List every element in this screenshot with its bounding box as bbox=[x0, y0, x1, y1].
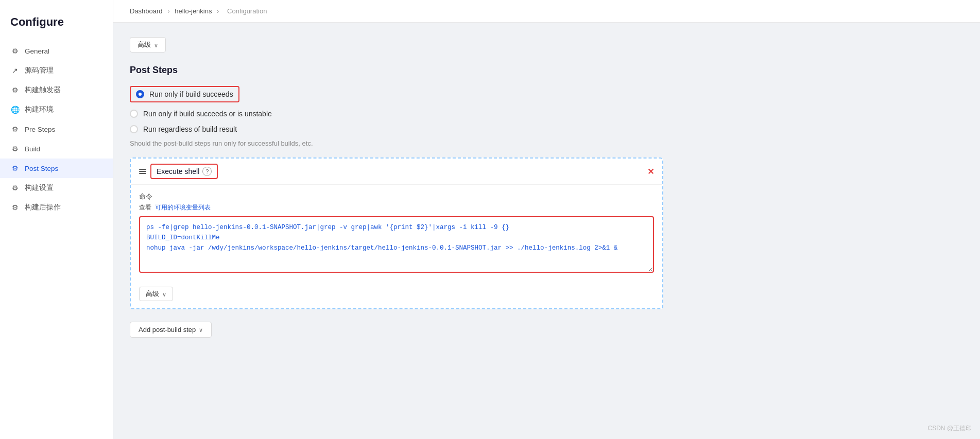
cmd-label: 命令 bbox=[139, 192, 654, 201]
step-card-body: 命令 查看 可用的环境变量列表 bbox=[131, 185, 662, 282]
breadcrumb-dashboard[interactable]: Dashboard bbox=[130, 7, 163, 15]
help-icon[interactable]: ? bbox=[202, 167, 212, 176]
build-icon: ⚙ bbox=[10, 144, 20, 153]
build-settings-icon: ⚙ bbox=[10, 183, 20, 192]
sidebar-item-build-settings[interactable]: ⚙ 构建设置 bbox=[0, 178, 113, 198]
sidebar-item-post-steps[interactable]: ⚙ Post Steps bbox=[0, 159, 113, 178]
drag-handle-icon[interactable] bbox=[139, 169, 146, 174]
radio-group: Run only if build succeeds Run only if b… bbox=[130, 86, 663, 133]
sidebar: Configure ⚙ General ↗ 源码管理 ⚙ 构建触发器 🌐 构建环… bbox=[0, 0, 113, 439]
radio-button-unstable[interactable] bbox=[130, 110, 138, 118]
sidebar-label-build-settings: 构建设置 bbox=[25, 183, 54, 192]
post-steps-icon: ⚙ bbox=[10, 164, 20, 173]
execute-shell-card: Execute shell ? ✕ 命令 查看 可用的环境变量列表 bbox=[130, 157, 663, 309]
env-link-row: 查看 可用的环境变量列表 bbox=[139, 203, 654, 212]
sidebar-label-build-env: 构建环境 bbox=[25, 105, 54, 114]
sidebar-item-build-env[interactable]: 🌐 构建环境 bbox=[0, 100, 113, 119]
radio-label-regardless: Run regardless of build result bbox=[143, 125, 237, 133]
build-env-icon: 🌐 bbox=[10, 105, 20, 114]
radio-button-regardless[interactable] bbox=[130, 125, 138, 133]
radio-button-success[interactable] bbox=[136, 90, 144, 98]
sidebar-item-pre-steps[interactable]: ⚙ Pre Steps bbox=[0, 119, 113, 139]
env-link-prefix: 查看 bbox=[139, 204, 151, 211]
card-footer: 高级 bbox=[131, 282, 662, 308]
close-icon[interactable]: ✕ bbox=[647, 167, 654, 177]
radio-option-regardless[interactable]: Run regardless of build result bbox=[130, 125, 663, 133]
breadcrumb: Dashboard › hello-jenkins › Configuratio… bbox=[113, 0, 980, 23]
env-link[interactable]: 可用的环境变量列表 bbox=[155, 204, 211, 211]
pre-steps-icon: ⚙ bbox=[10, 125, 20, 134]
post-build-icon: ⚙ bbox=[10, 203, 20, 212]
hint-text: Should the post-build steps run only for… bbox=[130, 139, 663, 147]
advanced-top-button[interactable]: 高级 bbox=[130, 37, 166, 52]
chevron-down-icon bbox=[154, 41, 158, 49]
main-content: Dashboard › hello-jenkins › Configuratio… bbox=[113, 0, 980, 439]
radio-option-success[interactable]: Run only if build succeeds bbox=[130, 86, 663, 102]
source-mgmt-icon: ↗ bbox=[10, 66, 20, 75]
advanced-card-button[interactable]: 高级 bbox=[139, 287, 173, 301]
sidebar-label-source-mgmt: 源码管理 bbox=[25, 66, 54, 75]
sidebar-item-build-triggers[interactable]: ⚙ 构建触发器 bbox=[0, 80, 113, 100]
radio-highlighted-box: Run only if build succeeds bbox=[130, 86, 239, 102]
shell-code-input[interactable] bbox=[139, 216, 654, 273]
sidebar-label-post-steps: Post Steps bbox=[25, 165, 58, 172]
watermark: CSDN @王德印 bbox=[927, 424, 972, 433]
sidebar-label-build: Build bbox=[25, 145, 40, 153]
advanced-chevron-icon bbox=[162, 290, 166, 298]
sidebar-label-post-build: 构建后操作 bbox=[25, 203, 61, 212]
breadcrumb-current: Configuration bbox=[227, 7, 267, 15]
sidebar-item-build[interactable]: ⚙ Build bbox=[0, 139, 113, 159]
general-icon: ⚙ bbox=[10, 46, 20, 56]
radio-label-unstable: Run only if build succeeds or is unstabl… bbox=[143, 110, 272, 118]
sidebar-label-build-triggers: 构建触发器 bbox=[25, 85, 61, 95]
radio-label-success: Run only if build succeeds bbox=[149, 90, 233, 98]
sidebar-title: Configure bbox=[0, 10, 113, 41]
step-title-wrap: Execute shell ? bbox=[139, 164, 218, 179]
add-step-chevron-icon bbox=[199, 326, 203, 333]
execute-shell-title-box: Execute shell ? bbox=[150, 164, 218, 179]
radio-option-unstable[interactable]: Run only if build succeeds or is unstabl… bbox=[130, 110, 663, 118]
step-card-header: Execute shell ? ✕ bbox=[131, 159, 662, 185]
execute-shell-title: Execute shell bbox=[157, 167, 199, 175]
sidebar-item-general[interactable]: ⚙ General bbox=[0, 41, 113, 61]
advanced-top-label: 高级 bbox=[137, 40, 151, 49]
build-triggers-icon: ⚙ bbox=[10, 85, 20, 95]
sidebar-label-general: General bbox=[25, 47, 49, 55]
breadcrumb-project[interactable]: hello-jenkins bbox=[175, 7, 212, 15]
post-steps-title: Post Steps bbox=[130, 65, 663, 76]
sidebar-label-pre-steps: Pre Steps bbox=[25, 126, 55, 133]
sidebar-item-post-build[interactable]: ⚙ 构建后操作 bbox=[0, 198, 113, 217]
sidebar-item-source-mgmt[interactable]: ↗ 源码管理 bbox=[0, 61, 113, 80]
advanced-card-label: 高级 bbox=[146, 289, 159, 298]
add-step-label: Add post-build step bbox=[139, 326, 196, 333]
add-step-button[interactable]: Add post-build step bbox=[130, 322, 212, 338]
